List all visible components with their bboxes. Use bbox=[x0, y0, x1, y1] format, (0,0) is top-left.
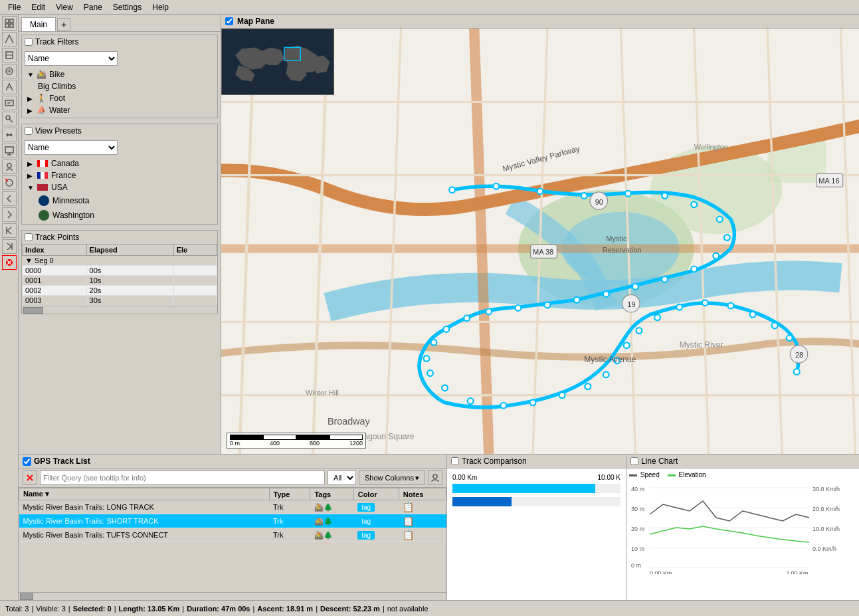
toolbar-btn-8[interactable] bbox=[2, 128, 17, 142]
show-columns-btn[interactable]: Show Columns ▾ bbox=[359, 470, 425, 485]
comparison-checkbox[interactable] bbox=[451, 457, 459, 465]
toolbar-btn-7[interactable] bbox=[2, 112, 17, 126]
tab-add[interactable]: + bbox=[57, 18, 70, 31]
track-tags-0: 🚵🌲 bbox=[310, 500, 353, 514]
toolbar-btn-red[interactable] bbox=[2, 255, 17, 270]
tree-item-bike[interactable]: ▼ 🚵 Bike bbox=[25, 68, 215, 80]
filter-type-select[interactable]: All bbox=[328, 470, 356, 485]
col-elapsed[interactable]: Elapsed bbox=[86, 245, 173, 256]
toolbar-btn-2[interactable] bbox=[2, 32, 17, 47]
track-notes-1[interactable]: 📋 bbox=[399, 514, 446, 528]
row-index: 0000 bbox=[23, 266, 87, 276]
toolbar-btn-nav-left[interactable] bbox=[2, 191, 17, 206]
scale-label-2: 800 bbox=[310, 440, 320, 447]
track-points-checkbox[interactable] bbox=[25, 233, 33, 241]
track-color-0[interactable]: tag bbox=[353, 500, 399, 514]
track-filters-dropdown[interactable]: Name bbox=[25, 51, 118, 66]
svg-point-48 bbox=[662, 193, 668, 199]
table-row[interactable]: 0001 10s bbox=[23, 276, 217, 286]
notes-icon-0[interactable]: 📋 bbox=[403, 502, 414, 512]
status-descent: Descent: 52.23 m bbox=[320, 605, 380, 613]
map-area[interactable]: Mystic Valley Parkway Mystic Avenue Broa… bbox=[221, 29, 859, 454]
toolbar-btn-11[interactable] bbox=[2, 175, 17, 190]
france-expand-icon: ▶ bbox=[27, 172, 34, 179]
table-row[interactable]: 0002 20s bbox=[23, 286, 217, 296]
tree-item-canada[interactable]: ▶ Canada bbox=[25, 157, 215, 169]
toolbar-btn-9[interactable] bbox=[2, 144, 17, 158]
col-index[interactable]: Index bbox=[23, 245, 87, 256]
toolbar-btn-5[interactable] bbox=[2, 80, 17, 94]
menu-view[interactable]: View bbox=[50, 1, 78, 13]
notes-icon-1[interactable]: 📋 bbox=[403, 516, 414, 526]
map-pane-checkbox[interactable] bbox=[225, 17, 233, 25]
comparison-panel: Track Comparison 0.00 Km 10.00 K bbox=[447, 455, 626, 600]
menu-help[interactable]: Help bbox=[147, 1, 174, 13]
col-type[interactable]: Type bbox=[269, 488, 310, 500]
track-points-scrollbar-h[interactable] bbox=[22, 306, 217, 314]
toolbar-btn-nav-right[interactable] bbox=[2, 207, 17, 222]
track-filters-checkbox[interactable] bbox=[25, 38, 33, 46]
tree-item-washington[interactable]: Washington bbox=[25, 208, 215, 223]
toolbar-btn-expand-right[interactable] bbox=[2, 239, 17, 254]
svg-text:Mystic: Mystic bbox=[606, 235, 627, 243]
svg-point-58 bbox=[545, 302, 551, 308]
view-presets-section: View Presets Name ▶ Can bbox=[21, 124, 218, 225]
table-row[interactable]: 0000 00s bbox=[23, 266, 217, 276]
track-color-2[interactable]: tag bbox=[353, 528, 399, 542]
toolbar-btn-3[interactable] bbox=[2, 48, 17, 62]
gps-toolbar: All Show Columns ▾ bbox=[19, 468, 446, 488]
tree-item-water[interactable]: ▶ ⛵ Water bbox=[25, 104, 215, 116]
track-table-wrapper[interactable]: Name ▾ Type Tags Color Notes bbox=[19, 488, 446, 592]
menu-pane[interactable]: Pane bbox=[78, 1, 108, 13]
gps-list-checkbox[interactable] bbox=[23, 457, 31, 466]
col-ele[interactable]: Ele bbox=[173, 245, 217, 256]
tree-item-france[interactable]: ▶ France bbox=[25, 169, 215, 181]
color-btn-1[interactable]: tag bbox=[357, 517, 375, 526]
menu-settings[interactable]: Settings bbox=[108, 1, 147, 13]
filter-input[interactable] bbox=[40, 470, 325, 485]
toolbar-btn-10[interactable] bbox=[2, 159, 17, 174]
track-row-0[interactable]: Mystic River Basin Trails: LONG TRACK Tr… bbox=[19, 500, 446, 514]
tree-item-bigclimbs[interactable]: Big Climbs bbox=[25, 80, 215, 92]
tree-item-minnesota[interactable]: Minnesota bbox=[25, 193, 215, 208]
view-presets-checkbox[interactable] bbox=[25, 127, 33, 135]
svg-rect-1 bbox=[10, 19, 13, 23]
notes-icon-2[interactable]: 📋 bbox=[403, 530, 414, 540]
track-points-section: Track Points Index Elapsed Ele bbox=[21, 230, 218, 314]
svg-point-43 bbox=[449, 187, 455, 193]
color-btn-2[interactable]: tag bbox=[357, 531, 375, 540]
view-presets-dropdown[interactable]: Name bbox=[25, 140, 118, 155]
col-name[interactable]: Name ▾ bbox=[19, 488, 270, 500]
menu-edit[interactable]: Edit bbox=[26, 1, 50, 13]
tree-item-usa[interactable]: ▼ USA bbox=[25, 181, 215, 193]
tree-item-foot[interactable]: ▶ 🚶 Foot bbox=[25, 92, 215, 104]
toolbar-btn-4[interactable] bbox=[2, 64, 17, 78]
toolbar-btn-6[interactable] bbox=[2, 96, 17, 110]
track-scrollbar-h[interactable] bbox=[19, 592, 446, 600]
track-points-scroll[interactable]: Index Elapsed Ele ▼ Seg 0 bbox=[22, 244, 217, 306]
track-row-1[interactable]: Mystic River Basin Trails: SHORT TRACK T… bbox=[19, 514, 446, 528]
comp-bar-1 bbox=[452, 484, 595, 493]
col-tags[interactable]: Tags bbox=[310, 488, 353, 500]
track-notes-2[interactable]: 📋 bbox=[399, 528, 446, 542]
user-btn[interactable] bbox=[428, 470, 442, 485]
menu-file[interactable]: File bbox=[3, 1, 26, 13]
linechart-checkbox[interactable] bbox=[630, 457, 638, 465]
track-color-1[interactable]: tag bbox=[353, 514, 399, 528]
color-btn-0[interactable]: tag bbox=[357, 503, 375, 512]
col-notes[interactable]: Notes bbox=[399, 488, 446, 500]
canada-label: Canada bbox=[51, 159, 79, 168]
world-thumbnail[interactable] bbox=[221, 29, 334, 95]
svg-point-13 bbox=[6, 116, 10, 120]
track-row-2[interactable]: Mystic River Basin Trails: TUFTS CONNECT… bbox=[19, 528, 446, 542]
table-row[interactable]: 0003 30s bbox=[23, 296, 217, 306]
legend-speed: Speed bbox=[629, 471, 660, 478]
tab-main[interactable]: Main bbox=[21, 17, 56, 31]
col-color[interactable]: Color bbox=[353, 488, 399, 500]
clear-filter-btn[interactable] bbox=[23, 470, 37, 485]
track-notes-0[interactable]: 📋 bbox=[399, 500, 446, 514]
toolbar-btn-1[interactable] bbox=[2, 16, 17, 31]
water-label: Water bbox=[49, 106, 70, 115]
svg-point-80 bbox=[750, 312, 756, 318]
toolbar-btn-expand-left[interactable] bbox=[2, 223, 17, 238]
